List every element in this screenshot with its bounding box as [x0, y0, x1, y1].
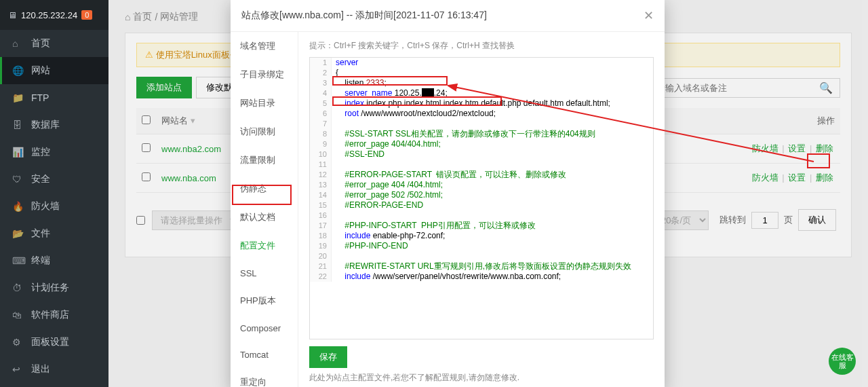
line-number: 13 — [310, 180, 332, 190]
code-line[interactable]: #error_page 404/404.html; — [332, 139, 441, 149]
modal-tab[interactable]: 重定向 — [231, 368, 298, 387]
code-line[interactable]: #error_page 404 /404.html; — [332, 180, 443, 190]
code-line[interactable] — [332, 160, 336, 170]
code-line[interactable]: { — [332, 68, 338, 78]
modal-tab[interactable]: Composer — [231, 315, 298, 342]
line-number: 16 — [310, 210, 332, 221]
code-line[interactable]: server_name 120.25.xxx.24; — [332, 88, 448, 98]
code-line[interactable]: #error_page 502 /502.html; — [332, 190, 443, 200]
modal-tabs: 域名管理子目录绑定网站目录访问限制流量限制伪静态默认文档配置文件SSLPHP版本… — [231, 32, 298, 387]
line-number: 5 — [310, 98, 332, 109]
code-line[interactable] — [332, 210, 336, 221]
code-line[interactable] — [332, 119, 336, 129]
modal-tab[interactable]: SSL — [231, 260, 298, 287]
modal-tab[interactable]: 配置文件 — [231, 232, 298, 260]
code-line[interactable] — [332, 251, 336, 261]
line-number: 21 — [310, 261, 332, 272]
code-line[interactable]: index index.php index.html index.htm def… — [332, 98, 610, 109]
modal-tab[interactable]: Tomcat — [231, 342, 298, 368]
code-line[interactable]: #ERROR-PAGE-START 错误页配置，可以注释、删除或修改 — [332, 170, 566, 180]
code-line[interactable]: #SSL-START SSL相关配置，请勿删除或修改下一行带注释的404规则 — [332, 129, 595, 139]
line-number: 4 — [310, 88, 332, 98]
code-line[interactable]: include /www/server/panel/vhost/rewrite/… — [332, 272, 561, 282]
code-line[interactable]: #PHP-INFO-END — [332, 241, 408, 251]
line-number: 10 — [310, 149, 332, 160]
modal-title: 站点修改[www.nba.com] -- 添加时间[2021-11-07 16:… — [241, 10, 487, 22]
editor-hint: 提示：Ctrl+F 搜索关键字，Ctrl+S 保存，Ctrl+H 查找替换 — [309, 40, 654, 52]
modal-tab[interactable]: 访问限制 — [231, 117, 298, 146]
line-number: 11 — [310, 160, 332, 170]
line-number: 22 — [310, 272, 332, 282]
line-number: 3 — [310, 78, 332, 88]
code-line[interactable]: listen 2333; — [332, 78, 387, 88]
line-number: 20 — [310, 251, 332, 261]
line-number: 6 — [310, 109, 332, 119]
line-number: 1 — [310, 58, 332, 68]
config-editor[interactable]: 1server2{3 listen 2333;4 server_name 120… — [309, 57, 654, 339]
line-number: 19 — [310, 241, 332, 251]
modal-tab[interactable]: 子目录绑定 — [231, 60, 298, 89]
line-number: 14 — [310, 190, 332, 200]
modal-tab[interactable]: PHP版本 — [231, 287, 298, 315]
line-number: 18 — [310, 231, 332, 241]
help-float-button[interactable]: 在线客服 — [829, 348, 856, 375]
code-line[interactable]: root /www/wwwroot/nextcloud2/nextcloud; — [332, 109, 496, 119]
close-icon[interactable]: ✕ — [644, 8, 654, 23]
editor-note: 此处为站点主配置文件,若您不了解配置规则,请勿随意修改. — [309, 372, 654, 384]
save-button[interactable]: 保存 — [309, 346, 347, 368]
line-number: 2 — [310, 68, 332, 78]
modal-content: 提示：Ctrl+F 搜索关键字，Ctrl+S 保存，Ctrl+H 查找替换 1s… — [298, 32, 665, 387]
code-line[interactable]: #ERROR-PAGE-END — [332, 200, 423, 210]
code-line[interactable]: include enable-php-72.conf; — [332, 231, 445, 241]
modal-tab[interactable]: 网站目录 — [231, 89, 298, 117]
code-line[interactable]: #REWRITE-START URL重写规则引用,修改后将导致面板设置的伪静态规… — [332, 261, 631, 272]
modal-tab[interactable]: 域名管理 — [231, 32, 298, 60]
modal-tab[interactable]: 流量限制 — [231, 146, 298, 174]
code-line[interactable]: #SSL-END — [332, 149, 384, 160]
code-line[interactable]: server — [332, 58, 358, 68]
modal-title-bar: 站点修改[www.nba.com] -- 添加时间[2021-11-07 16:… — [231, 0, 665, 32]
line-number: 17 — [310, 221, 332, 231]
line-number: 9 — [310, 139, 332, 149]
modal-tab[interactable]: 默认文档 — [231, 203, 298, 232]
modal-tab[interactable]: 伪静态 — [231, 174, 298, 203]
line-number: 12 — [310, 170, 332, 180]
code-line[interactable]: #PHP-INFO-START PHP引用配置，可以注释或修改 — [332, 221, 536, 231]
site-edit-modal: 站点修改[www.nba.com] -- 添加时间[2021-11-07 16:… — [231, 0, 665, 387]
line-number: 7 — [310, 119, 332, 129]
line-number: 8 — [310, 129, 332, 139]
line-number: 15 — [310, 200, 332, 210]
